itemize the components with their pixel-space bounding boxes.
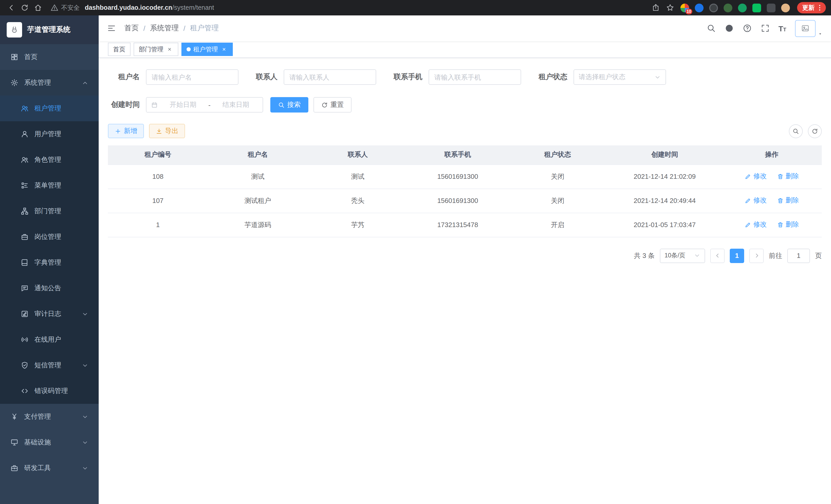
sidebar-item-home[interactable]: 首页 bbox=[0, 44, 99, 70]
search-button[interactable]: 搜索 bbox=[270, 97, 308, 113]
help-question-icon[interactable] bbox=[742, 24, 752, 33]
created-at-cell: 2021-12-14 20:49:44 bbox=[608, 188, 722, 213]
reset-button[interactable]: 重置 bbox=[314, 97, 351, 113]
sidebar-group-infra[interactable]: 基础设施 bbox=[0, 429, 99, 455]
mobile-input[interactable] bbox=[429, 69, 521, 85]
status-cell: 关闭 bbox=[508, 165, 608, 188]
date-range-picker[interactable]: 开始日期 - 结束日期 bbox=[146, 97, 263, 113]
header-search-icon[interactable] bbox=[706, 24, 716, 33]
browser-back-button[interactable] bbox=[5, 2, 18, 14]
page-size-select[interactable]: 10条/页 bbox=[660, 248, 705, 263]
sidebar-item-error-code-mgmt[interactable]: 错误码管理 bbox=[0, 378, 99, 404]
breadcrumb-system[interactable]: 系统管理 bbox=[150, 24, 179, 33]
goto-page-input[interactable] bbox=[787, 248, 810, 263]
close-tab-icon[interactable] bbox=[221, 46, 228, 53]
sidebar-item-user-mgmt[interactable]: 用户管理 bbox=[0, 121, 99, 147]
logo-avatar bbox=[7, 22, 22, 37]
avatar-broken-image bbox=[795, 20, 815, 37]
top-header: 首页 / 系统管理 / 租户管理 TT bbox=[99, 16, 831, 41]
chevron-down-icon bbox=[82, 310, 88, 317]
sidebar-item-notice[interactable]: 通知公告 bbox=[0, 275, 99, 301]
github-icon[interactable] bbox=[724, 24, 734, 33]
prev-page-button[interactable] bbox=[710, 248, 725, 263]
delete-link[interactable]: 删除 bbox=[777, 172, 799, 181]
create-time-label: 创建时间 bbox=[108, 100, 140, 110]
font-size-icon[interactable]: TT bbox=[778, 24, 786, 32]
extension-badge: 10 bbox=[686, 8, 692, 14]
col-actions: 操作 bbox=[722, 145, 822, 165]
sidebar-item-label: 首页 bbox=[24, 52, 37, 62]
browser-menu-icon[interactable] bbox=[815, 4, 824, 12]
tab-dept-mgmt[interactable]: 部门管理 bbox=[134, 42, 178, 56]
address-bar[interactable]: dashboard.yudao.iocoder.cn /system/tenan… bbox=[85, 4, 679, 12]
tab-home[interactable]: 首页 bbox=[108, 42, 131, 56]
sidebar-group-sms-mgmt[interactable]: 短信管理 bbox=[0, 352, 99, 378]
browser-reload-button[interactable] bbox=[19, 2, 31, 14]
edit-link[interactable]: 修改 bbox=[745, 196, 767, 205]
sidebar-item-label: 在线用户 bbox=[34, 335, 61, 344]
tenant-name-input[interactable] bbox=[146, 69, 238, 85]
edit-label: 修改 bbox=[753, 196, 767, 205]
sidebar-item-tenant-mgmt[interactable]: 租户管理 bbox=[0, 95, 99, 121]
extension-icon-4[interactable] bbox=[724, 3, 732, 12]
sidebar-group-audit-log[interactable]: 审计日志 bbox=[0, 301, 99, 327]
sidebar-group-system[interactable]: 系统管理 bbox=[0, 70, 99, 95]
toggle-search-button[interactable] bbox=[789, 124, 803, 138]
menu-tree-icon bbox=[21, 181, 29, 189]
chevron-down-icon bbox=[654, 74, 661, 80]
tab-label: 部门管理 bbox=[139, 45, 164, 54]
edit-link[interactable]: 修改 bbox=[745, 220, 767, 229]
created-at-cell: 2021-12-14 21:02:09 bbox=[608, 165, 722, 188]
extension-icon-2[interactable] bbox=[695, 3, 704, 12]
extension-icon-8[interactable] bbox=[781, 3, 790, 12]
next-page-button[interactable] bbox=[749, 248, 764, 263]
breadcrumb-home[interactable]: 首页 bbox=[124, 24, 139, 33]
message-bubble-icon bbox=[21, 284, 29, 292]
security-status-chip[interactable]: 不安全 bbox=[50, 3, 80, 12]
delete-link[interactable]: 删除 bbox=[777, 220, 799, 229]
export-button[interactable]: 导出 bbox=[149, 124, 185, 138]
contact-input[interactable] bbox=[284, 69, 376, 85]
browser-home-button[interactable] bbox=[32, 2, 44, 14]
sidebar-group-dev-tools[interactable]: 研发工具 bbox=[0, 455, 99, 481]
browser-update-button[interactable]: 更新 bbox=[797, 2, 826, 13]
app-logo[interactable]: 芋道管理系统 bbox=[0, 16, 99, 44]
sidebar-item-label: 研发工具 bbox=[24, 464, 51, 473]
fold-sidebar-button[interactable] bbox=[107, 24, 116, 33]
bookmark-star-button[interactable] bbox=[666, 4, 674, 12]
sidebar-item-post-mgmt[interactable]: 岗位管理 bbox=[0, 224, 99, 250]
page-number-button[interactable]: 1 bbox=[730, 248, 744, 263]
table-header-row: 租户编号 租户名 联系人 联系手机 租户状态 创建时间 操作 bbox=[108, 145, 822, 165]
tenant-name-cell: 测试 bbox=[208, 165, 308, 188]
extension-icon-7[interactable] bbox=[767, 3, 775, 12]
sidebar-item-menu-mgmt[interactable]: 菜单管理 bbox=[0, 173, 99, 198]
page-size-label: 10条/页 bbox=[664, 251, 685, 260]
col-tenant-name: 租户名 bbox=[208, 145, 308, 165]
fullscreen-icon[interactable] bbox=[760, 24, 770, 33]
sidebar-group-pay-mgmt[interactable]: 支付管理 bbox=[0, 404, 99, 429]
sidebar-item-dept-mgmt[interactable]: 部门管理 bbox=[0, 198, 99, 224]
close-tab-icon[interactable] bbox=[166, 46, 173, 53]
extension-icon-3[interactable] bbox=[709, 3, 718, 12]
caret-down-icon bbox=[818, 32, 823, 37]
extension-icon-6[interactable] bbox=[752, 3, 761, 12]
gear-icon bbox=[10, 79, 19, 87]
status-select[interactable]: 请选择租户状态 bbox=[574, 69, 666, 85]
sidebar-item-online-users[interactable]: 在线用户 bbox=[0, 327, 99, 352]
sidebar-item-label: 部门管理 bbox=[34, 207, 61, 216]
book-icon bbox=[21, 259, 29, 267]
user-icon bbox=[21, 130, 29, 138]
extension-icon-1[interactable]: 10 bbox=[681, 3, 689, 12]
sidebar-item-role-mgmt[interactable]: 角色管理 bbox=[0, 147, 99, 173]
search-form-row-1: 租户名 联系人 联系手机 租户状态 请选择租户状态 bbox=[108, 69, 822, 85]
extension-icon-5[interactable] bbox=[738, 3, 747, 12]
tenant-name-cell: 芋道源码 bbox=[208, 213, 308, 237]
edit-link[interactable]: 修改 bbox=[745, 172, 767, 181]
share-button[interactable] bbox=[652, 4, 660, 12]
sidebar-item-dict-mgmt[interactable]: 字典管理 bbox=[0, 250, 99, 275]
tab-tenant-mgmt[interactable]: 租户管理 bbox=[181, 42, 233, 56]
add-button[interactable]: 新增 bbox=[108, 124, 144, 138]
refresh-table-button[interactable] bbox=[808, 124, 822, 138]
user-avatar-dropdown[interactable] bbox=[795, 20, 823, 37]
delete-link[interactable]: 删除 bbox=[777, 196, 799, 205]
